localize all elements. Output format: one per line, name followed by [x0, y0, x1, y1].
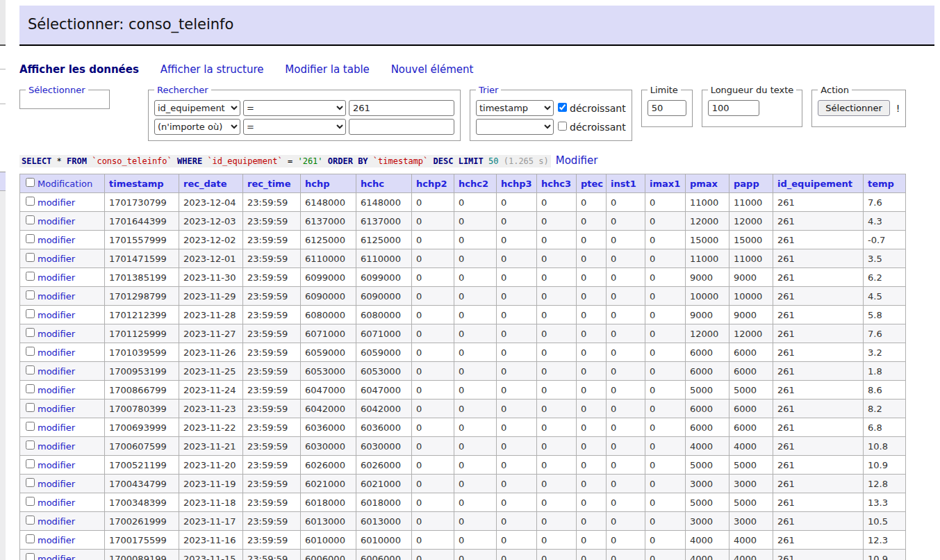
search-operator-select[interactable]: =: [243, 100, 346, 116]
select-button[interactable]: Sélectionner: [818, 100, 890, 116]
table-cell: 1700348399: [105, 493, 179, 512]
table-cell: 6053000: [356, 362, 412, 381]
rechercher-legend-link[interactable]: Rechercher: [157, 85, 208, 95]
search-column-select[interactable]: id_equipement: [154, 100, 240, 116]
table-cell: 0: [412, 287, 454, 306]
text-length-input[interactable]: [708, 100, 759, 116]
row-modify-link[interactable]: modifier: [38, 441, 75, 452]
table-cell: 2023-11-29: [179, 287, 243, 306]
row-select-checkbox[interactable]: [26, 365, 35, 374]
row-select-checkbox[interactable]: [26, 384, 35, 393]
table-cell: 23:59:59: [243, 493, 301, 512]
row-modify-link[interactable]: modifier: [38, 347, 75, 358]
table-cell: 2023-12-04: [179, 193, 243, 212]
search-value-input[interactable]: [349, 100, 454, 116]
column-header-papp: papp: [729, 174, 773, 193]
table-cell: 5000: [729, 493, 773, 512]
table-cell: 0: [645, 475, 686, 493]
row-select-checkbox[interactable]: [26, 403, 35, 412]
column-sort-link[interactable]: ptec: [581, 179, 603, 189]
row-modify-link[interactable]: modifier: [38, 385, 75, 395]
row-select-checkbox[interactable]: [26, 497, 35, 506]
row-modify-link[interactable]: modifier: [38, 535, 75, 545]
trier-legend-link[interactable]: Trier: [479, 85, 498, 95]
table-cell: 6036000: [356, 418, 412, 437]
table-cell: 23:59:59: [243, 231, 301, 249]
column-sort-link[interactable]: hchp2: [416, 179, 447, 189]
sort-column-select[interactable]: timestamp: [476, 100, 554, 116]
tab-modifier-la-table[interactable]: Modifier la table: [285, 63, 370, 76]
sql-modify-link[interactable]: Modifier: [556, 154, 598, 167]
row-modify-link[interactable]: modifier: [38, 366, 75, 377]
row-modify-link[interactable]: modifier: [38, 422, 75, 433]
row-select-checkbox[interactable]: [26, 197, 35, 206]
row-select-checkbox[interactable]: [26, 459, 35, 468]
column-sort-link[interactable]: rec_time: [247, 179, 290, 189]
search-column-select[interactable]: (n'importe où): [154, 119, 240, 135]
table-cell: 0: [454, 550, 497, 560]
modification-header-link[interactable]: Modification: [38, 179, 92, 189]
row-modify-link[interactable]: modifier: [38, 554, 75, 560]
column-sort-link[interactable]: timestamp: [109, 179, 164, 189]
row-modify-link[interactable]: modifier: [38, 197, 75, 208]
search-operator-select[interactable]: =: [243, 119, 346, 135]
column-sort-link[interactable]: hchp3: [501, 179, 532, 189]
row-modify-link[interactable]: modifier: [38, 329, 75, 339]
selectionner-legend-link[interactable]: Sélectionner: [28, 85, 85, 95]
table-cell: 8.2: [864, 400, 906, 418]
table-cell: 23:59:59: [243, 381, 301, 400]
row-select-checkbox[interactable]: [26, 234, 35, 243]
row-select-checkbox[interactable]: [26, 253, 35, 262]
sort-column-select[interactable]: [476, 119, 554, 135]
fieldset-limite: Limite: [641, 85, 693, 127]
row-modify-link[interactable]: modifier: [38, 404, 75, 414]
row-modify-link[interactable]: modifier: [38, 516, 75, 527]
row-select-checkbox[interactable]: [26, 290, 35, 299]
column-sort-link[interactable]: inst1: [611, 179, 636, 189]
column-sort-link[interactable]: imax1: [650, 179, 680, 189]
column-sort-link[interactable]: temp: [868, 179, 894, 189]
row-modify-link[interactable]: modifier: [38, 272, 75, 283]
limit-input[interactable]: [648, 100, 686, 116]
table-cell: 0: [577, 362, 607, 381]
row-modify-link[interactable]: modifier: [38, 216, 75, 227]
row-modify-link[interactable]: modifier: [38, 497, 75, 508]
table-cell: 1700175599: [105, 531, 179, 550]
row-select-checkbox[interactable]: [26, 534, 35, 543]
column-sort-link[interactable]: hchp: [305, 179, 330, 189]
column-sort-link[interactable]: id_equipement: [777, 179, 852, 189]
tab-afficher-la-structure[interactable]: Afficher la structure: [160, 63, 264, 76]
row-select-checkbox[interactable]: [26, 440, 35, 450]
row-select-checkbox[interactable]: [26, 516, 35, 525]
column-sort-link[interactable]: pmax: [690, 179, 718, 189]
column-sort-link[interactable]: hchc2: [459, 179, 488, 189]
column-sort-link[interactable]: rec_date: [183, 179, 227, 189]
column-sort-link[interactable]: hchc3: [541, 179, 571, 189]
descending-checkbox[interactable]: [558, 122, 567, 131]
row-select-checkbox[interactable]: [26, 478, 35, 487]
row-modify-link[interactable]: modifier: [38, 235, 75, 245]
column-sort-link[interactable]: papp: [734, 179, 759, 189]
tab-nouvel-element[interactable]: Nouvel élément: [391, 63, 474, 76]
row-select-checkbox[interactable]: [26, 347, 35, 356]
row-select-checkbox[interactable]: [26, 328, 35, 337]
row-modify-link[interactable]: modifier: [38, 460, 75, 470]
table-cell: 0: [497, 418, 537, 437]
tab-afficher-les-donnees[interactable]: Afficher les données: [19, 63, 139, 76]
column-sort-link[interactable]: hchc: [361, 179, 384, 189]
table-cell: 0: [645, 343, 686, 362]
search-value-input[interactable]: [349, 119, 454, 135]
row-select-checkbox[interactable]: [26, 215, 35, 224]
row-modify-link[interactable]: modifier: [38, 291, 75, 302]
row-modify-link[interactable]: modifier: [38, 254, 75, 264]
row-select-checkbox[interactable]: [26, 553, 35, 560]
query-controls: Sélectionner Rechercher id_equipement = …: [19, 85, 934, 141]
row-modify-link[interactable]: modifier: [38, 310, 75, 320]
descending-checkbox[interactable]: [558, 103, 567, 112]
row-modify-link[interactable]: modifier: [38, 479, 75, 489]
row-select-checkbox[interactable]: [26, 309, 35, 318]
row-select-checkbox[interactable]: [26, 422, 35, 431]
table-cell: 0: [607, 381, 645, 400]
row-select-checkbox[interactable]: [26, 272, 35, 281]
select-all-checkbox[interactable]: [26, 178, 35, 187]
